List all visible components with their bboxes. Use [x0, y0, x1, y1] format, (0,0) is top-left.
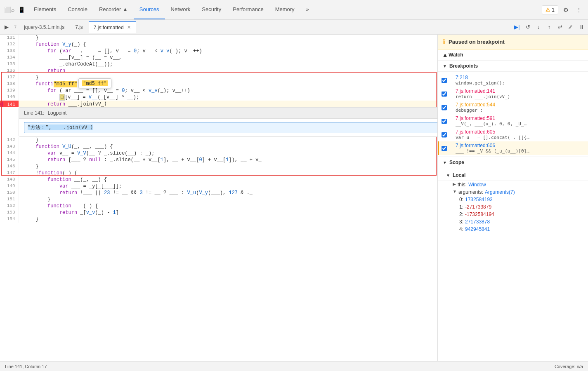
scope-item-this[interactable]: ▶ this: Window	[438, 181, 588, 188]
breakpoint-checkbox-3[interactable]	[442, 118, 447, 124]
breakpoint-item-0[interactable]: 7:218 window.get_sign();	[438, 73, 588, 87]
line-num-146[interactable]: 146	[0, 163, 19, 170]
scope-this-expand-icon: ▶	[453, 182, 456, 186]
tab-performance[interactable]: Performance	[227, 0, 269, 19]
tab-elements[interactable]: Elements	[28, 0, 62, 19]
line-num-133[interactable]: 133	[0, 48, 19, 54]
paused-text: Paused on breakpoint	[449, 39, 505, 45]
line-num-149[interactable]: 149	[0, 183, 19, 190]
tab-network[interactable]: Network	[165, 0, 196, 19]
line-num-154[interactable]: 154	[0, 216, 19, 223]
logpoint-input-area: “方法：”, ___.join(vV_)	[19, 119, 437, 136]
line-num-153[interactable]: 153	[0, 209, 19, 216]
logpoint-input[interactable]: “方法：”, ___.join(vV_)	[24, 122, 437, 133]
code-line-134: 134 ___[v__] = (__ = v__,	[0, 54, 437, 61]
file-tab-jquery[interactable]: jquery-3.5.1.min.js	[19, 21, 69, 33]
line-num-148[interactable]: 148	[0, 176, 19, 183]
sidebar-toggle-button[interactable]: ▶	[2, 22, 12, 32]
code-line-140: 140 □[v__] = V__(_[v__] ^ __);	[0, 94, 437, 101]
paused-banner: ℹ Paused on breakpoint	[438, 35, 588, 49]
watch-section-header[interactable]: ▶ Watch	[438, 49, 588, 61]
file-tab-7js[interactable]: 7.js	[70, 21, 88, 33]
inspect-icon[interactable]: ⬜⌕	[3, 4, 15, 16]
file-tab-7js-formatted[interactable]: 7.js:formatted ✕	[89, 21, 136, 33]
bp-location-5: 7.js:formatted:606	[456, 143, 583, 148]
bp-code-1: return ___.join(vV_)	[456, 94, 583, 99]
watch-label: Watch	[449, 52, 463, 58]
issues-badge-button[interactable]: ⚠ 1	[542, 5, 558, 14]
scope-item-arg-2[interactable]: 2: -1732584194	[438, 211, 588, 218]
breakpoint-item-1[interactable]: 7.js:formatted:141 return ___.join(vV_)	[438, 87, 588, 101]
line-num-143[interactable]: 143	[0, 143, 19, 150]
pause-on-exceptions-button[interactable]: ⏸	[576, 22, 586, 32]
resume-button[interactable]: ▶|	[512, 22, 522, 32]
bp-location-4: 7.js:formatted:605	[456, 129, 583, 135]
scope-local-triangle-icon: ▼	[446, 173, 450, 178]
line-num-137[interactable]: 137	[0, 74, 19, 81]
line-num-152[interactable]: 152	[0, 203, 19, 209]
breakpoint-item-3[interactable]: 7.js:formatted:591 __V(_, ___(u_), 0, 0,…	[438, 114, 588, 128]
line-num-131[interactable]: 131	[0, 35, 19, 41]
line-num-134[interactable]: 134	[0, 54, 19, 61]
logpoint-header: Line 141: Logpoint ▼	[19, 108, 437, 119]
line-num-132[interactable]: 132	[0, 41, 19, 48]
line-num-151[interactable]: 151	[0, 196, 19, 203]
tab-memory[interactable]: Memory	[269, 0, 300, 19]
main-area: "md5_ff" 131 } 132 function V_y(_) {	[0, 35, 588, 361]
step-over-button[interactable]: ↺	[523, 22, 533, 32]
cursor-position: Line 141, Column 17	[5, 364, 47, 369]
breakpoint-checkbox-4[interactable]	[442, 132, 447, 137]
breakpoint-checkbox-2[interactable]	[442, 105, 447, 110]
line-num-142[interactable]: 142	[0, 137, 19, 143]
tab-recorder[interactable]: Recorder ▲	[93, 0, 134, 19]
breakpoints-section-header[interactable]: ▼ Breakpoints	[438, 61, 588, 72]
scope-item-arguments[interactable]: ▼ arguments: Arguments(7)	[438, 188, 588, 196]
step-button[interactable]: ⇄	[555, 22, 565, 32]
line-code-145: return [___ ? null : _.slice(__ + v__[1]…	[19, 157, 437, 163]
logpoint-input-value: “方法：”, ___.join(vV_)	[28, 124, 93, 130]
line-num-138[interactable]: 138	[0, 81, 19, 87]
line-num-139[interactable]: 139	[0, 87, 19, 94]
breakpoint-item-5[interactable]: 7.js:formatted:606 ___ !== _V && (_u_(u_…	[438, 141, 588, 155]
step-into-button[interactable]: ↓	[534, 22, 543, 32]
settings-button[interactable]: ⚙	[560, 4, 571, 16]
code-table-after: 142 } 143 function V_U(_, __, ___) { 144…	[0, 137, 437, 223]
scope-item-arg-3[interactable]: 3: 271733878	[438, 218, 588, 225]
breakpoint-item-4[interactable]: 7.js:formatted:605 var u__ = [].concat(_…	[438, 128, 588, 141]
tab-nav: Elements Console Recorder ▲ Sources Netw…	[28, 0, 315, 19]
scope-section-header[interactable]: ▼ Scope	[438, 157, 588, 168]
close-tab-icon[interactable]: ✕	[127, 25, 131, 30]
line-num-147[interactable]: 147	[0, 170, 19, 176]
breakpoint-checkbox-0[interactable]	[442, 77, 447, 83]
line-num-141[interactable]: 141	[0, 101, 19, 107]
coverage-status: Coverage: n/a	[555, 364, 583, 369]
tab-more[interactable]: »	[300, 0, 315, 19]
step-out-button[interactable]: ↑	[544, 22, 554, 32]
breakpoint-checkbox-5[interactable]	[442, 146, 447, 151]
breakpoint-item-2[interactable]: 7.js:formatted:544 debugger ;	[438, 101, 588, 114]
scope-tree: ▼ Local ▶ this: Window ▼ arguments: Argu…	[438, 168, 588, 235]
line-num-136[interactable]: 136	[0, 68, 19, 74]
line-num-144[interactable]: 144	[0, 150, 19, 157]
line-num-150[interactable]: 150	[0, 190, 19, 196]
scope-item-arg-1[interactable]: 1: -271733879	[438, 203, 588, 211]
code-scroll[interactable]: "md5_ff" 131 } 132 function V_y(_) {	[0, 35, 437, 361]
line-num-145[interactable]: 145	[0, 157, 19, 163]
scope-arg-4-key: 4:	[459, 226, 463, 232]
line-code-142: }	[19, 137, 437, 143]
code-line-153: 153 return _[v_v(_) - 1]	[0, 209, 437, 216]
code-table: 131 } 132 function V_y(_) { 133 for (var…	[0, 35, 437, 101]
device-icon[interactable]: 📱	[16, 4, 27, 16]
tab-sources[interactable]: Sources	[134, 0, 165, 19]
scope-local-header[interactable]: ▼ Local	[438, 170, 588, 181]
line-num-140[interactable]: 140	[0, 94, 19, 101]
tab-security[interactable]: Security	[196, 0, 227, 19]
more-options-button[interactable]: ⋮	[573, 4, 585, 16]
deactivate-breakpoints-button[interactable]: ⁄⁄	[566, 22, 576, 32]
breakpoint-checkbox-1[interactable]	[442, 91, 447, 96]
line-num-135[interactable]: 135	[0, 61, 19, 68]
scope-item-arg-0[interactable]: 0: 1732584193	[438, 196, 588, 203]
scope-arguments-expand-icon: ▼	[453, 189, 457, 194]
tab-console[interactable]: Console	[62, 0, 93, 19]
scope-item-arg-4[interactable]: 4: 942945841	[438, 225, 588, 233]
